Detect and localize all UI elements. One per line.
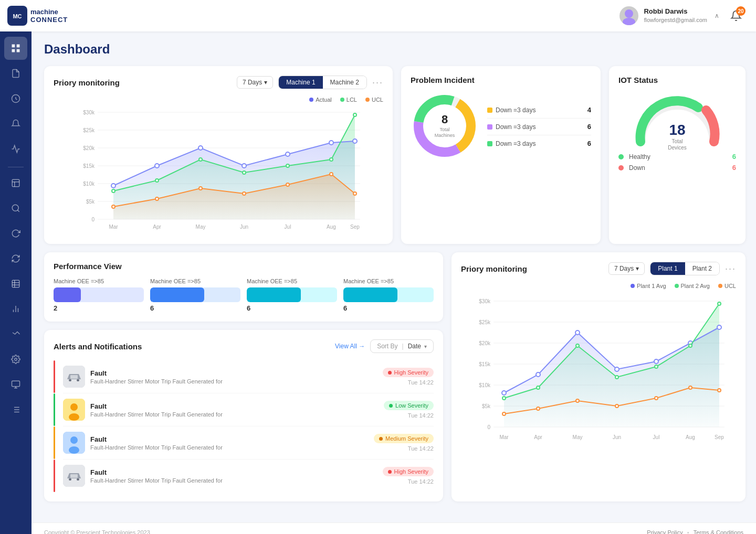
more-options-button-2[interactable]: ···: [725, 263, 736, 274]
svg-point-124: [536, 372, 540, 377]
sidebar-item-documents[interactable]: [4, 62, 27, 85]
sidebar-item-device[interactable]: [4, 373, 27, 396]
svg-point-75: [353, 192, 356, 195]
header-right: Robbi Darwis flowforgestd@gmail.com ∧ 20: [620, 6, 746, 25]
logo-text: machine CONNECT: [30, 8, 68, 24]
svg-point-70: [155, 197, 159, 200]
svg-point-92: [69, 413, 79, 421]
healthy-stat: Healthy 6: [618, 153, 736, 161]
priority-monitoring-card: Priory monitoring 7 Days ▾ Machine 1 Mac…: [44, 66, 393, 244]
sidebar-item-analytics[interactable]: [4, 87, 27, 110]
svg-text:Jul: Jul: [285, 224, 291, 230]
user-dropdown-chevron[interactable]: ∧: [715, 12, 719, 19]
svg-text:$20k: $20k: [479, 340, 491, 346]
svg-text:MC: MC: [13, 13, 22, 19]
alert-item-1: Fault Fault-Hardner Stirrer Motor Trip F…: [63, 393, 434, 426]
sidebar-item-area-chart[interactable]: [4, 323, 27, 346]
sidebar-item-chart[interactable]: [4, 137, 27, 161]
sort-by-dropdown[interactable]: Sort By | Date ▾: [370, 339, 434, 353]
sidebar-item-search[interactable]: [4, 197, 27, 220]
priority-card2-header: Priory monitoring 7 Days ▾ Plant 1 Plant…: [461, 262, 736, 275]
svg-point-138: [537, 407, 540, 410]
notification-button[interactable]: 20: [727, 6, 746, 25]
more-options-button[interactable]: ···: [372, 77, 383, 88]
alerts-header: Alerts and Notifications View All → Sort…: [54, 339, 434, 353]
svg-point-71: [199, 187, 202, 190]
days-filter[interactable]: 7 Days ▾: [237, 76, 273, 89]
perf-item-0: Machine OEE =>85 2: [54, 278, 144, 312]
legend-plant1: Plant 1 Avg: [631, 283, 666, 289]
sidebar-item-sync[interactable]: [4, 247, 27, 270]
svg-point-60: [329, 141, 333, 145]
svg-text:$15k: $15k: [83, 163, 95, 169]
svg-point-133: [615, 376, 618, 379]
alert-avatar-3: [63, 465, 85, 487]
svg-text:0: 0: [487, 424, 490, 430]
alerts-card: Alerts and Notifications View All → Sort…: [44, 330, 443, 501]
svg-rect-6: [17, 49, 20, 52]
svg-point-59: [286, 152, 290, 156]
alert-info-3: Fault Fault-Hardner Stirrer Motor Trip F…: [90, 468, 377, 484]
page-title: Dashboard: [44, 42, 746, 57]
avatar: [620, 6, 638, 25]
sidebar-item-refresh[interactable]: [4, 222, 27, 245]
sidebar-item-list[interactable]: [4, 398, 27, 421]
svg-text:Mar: Mar: [499, 434, 509, 440]
view-all-link[interactable]: View All →: [335, 343, 365, 350]
sidebar-item-dashboard[interactable]: [4, 37, 27, 60]
plant1-tab[interactable]: Plant 1: [650, 262, 685, 275]
svg-text:Aug: Aug: [327, 224, 336, 230]
svg-text:$15k: $15k: [479, 361, 491, 367]
privacy-policy-link[interactable]: Privacy Policy: [647, 529, 682, 534]
svg-text:8: 8: [442, 113, 448, 126]
header: MC machine CONNECT Robbi Darwis flowforg…: [0, 0, 756, 31]
plant2-tab[interactable]: Plant 2: [685, 262, 719, 275]
alert-right-0: High Severity Tue 14:22: [383, 368, 434, 386]
legend-plant2: Plant 2 Avg: [675, 283, 710, 289]
chart-legend: Actual LCL UCL: [54, 97, 383, 103]
machine2-tab[interactable]: Machine 2: [323, 76, 366, 89]
alert-right-3: High Severity Tue 14:22: [383, 467, 434, 485]
down-stat: Down 6: [618, 164, 736, 172]
svg-point-95: [69, 446, 79, 454]
perf-bar-2: [247, 287, 337, 302]
severity-badge-3: High Severity: [383, 467, 434, 476]
terms-link[interactable]: Terms & Conditions: [694, 529, 743, 534]
svg-rect-4: [12, 45, 15, 48]
svg-rect-87: [69, 379, 71, 381]
user-info: Robbi Darwis flowforgestd@gmail.com: [620, 6, 707, 25]
iot-card-header: IOT Status: [618, 76, 736, 84]
iot-stats: Healthy 6 Down 6: [618, 153, 736, 172]
sidebar-item-settings[interactable]: [4, 348, 27, 371]
svg-point-64: [199, 158, 202, 161]
svg-text:Total: Total: [671, 138, 682, 144]
sidebar-item-bar-chart[interactable]: [4, 297, 27, 321]
logo-icon: MC: [7, 6, 27, 26]
machine1-tab[interactable]: Machine 1: [279, 76, 322, 89]
svg-text:May: May: [573, 434, 583, 440]
svg-point-134: [655, 365, 658, 368]
legend-bar-2: [487, 124, 492, 130]
perf-bar-0: [54, 287, 144, 302]
alert-item-2: Fault Fault-Hardner Stirrer Motor Trip F…: [63, 426, 434, 460]
days-filter-2[interactable]: 7 Days ▾: [608, 262, 645, 275]
sidebar-item-reports[interactable]: [4, 172, 27, 195]
problem-incident-title: Problem Incident: [411, 76, 591, 84]
main-content: Dashboard Priory monitoring 7 Days ▾ Mac…: [32, 31, 756, 522]
legend-actual: Actual: [309, 97, 332, 103]
legend-ucl: UCL: [365, 97, 383, 103]
svg-text:Jul: Jul: [653, 434, 660, 440]
sidebar-item-alerts[interactable]: [4, 112, 27, 135]
chart2-legend: Plant 1 Avg Plant 2 Avg UCL: [461, 283, 736, 289]
svg-point-2: [625, 9, 633, 18]
performance-header: Performance View: [54, 262, 434, 271]
priority-chart2-svg: $30k $25k $20k $15k $10k $5k 0 Mar Apr M…: [461, 293, 736, 452]
donut-chart: 8 Total Machines: [411, 92, 479, 162]
svg-point-136: [718, 302, 721, 305]
svg-rect-89: [70, 375, 78, 379]
alert-info-0: Fault Fault-Hardner Stirrer Motor Trip F…: [90, 369, 377, 385]
svg-point-123: [502, 391, 506, 395]
sidebar-item-table[interactable]: [4, 272, 27, 295]
legend-bar-3: [487, 141, 492, 146]
sort-label: Sort By: [377, 343, 397, 350]
